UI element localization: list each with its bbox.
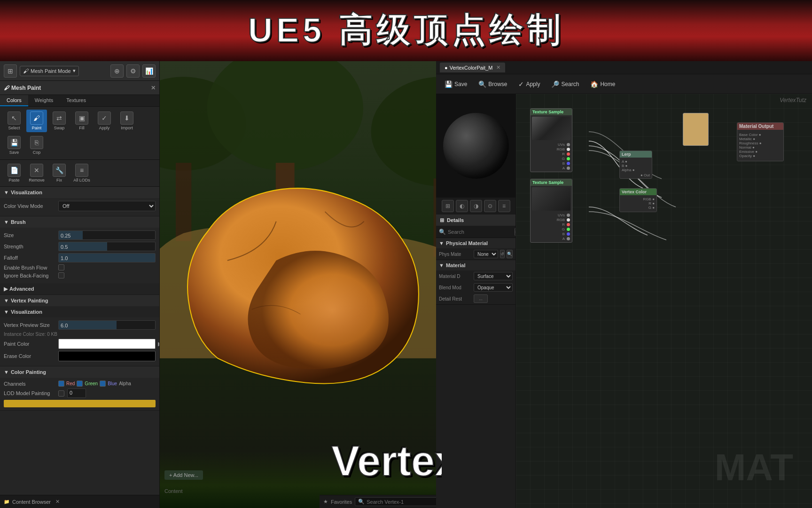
prev-btn-1[interactable]: ⊞	[442, 200, 454, 212]
tab-weights[interactable]: Weights	[28, 95, 60, 106]
mesh-paint-mode-dropdown[interactable]: 🖌 Mesh Paint Mode ▾	[20, 66, 79, 76]
channels-row: Channels Red Green Blue Alpha	[4, 381, 156, 387]
blend-mode-select[interactable]: Opaque	[474, 283, 513, 292]
cb-close-icon[interactable]: ✕	[55, 499, 60, 505]
tool-all-lods[interactable]: ≡ All LODs	[71, 162, 92, 184]
viewport[interactable]: Custom Bro...	[160, 61, 442, 508]
strength-bar[interactable]: 0.5	[58, 242, 156, 251]
tool-fill[interactable]: ▣ Fill	[71, 110, 92, 132]
preview-size-bar[interactable]: 6.0	[58, 320, 156, 330]
phys-reset-btn[interactable]: ↺	[500, 250, 505, 258]
lerp-node[interactable]: Lerp A ●B ●Alpha ● ● Out	[619, 151, 652, 179]
favorites-search[interactable]: 🔍	[355, 497, 442, 506]
mat-home-button[interactable]: 🏠 Home	[586, 79, 620, 90]
save-icon-mat: 💾	[445, 80, 453, 88]
color-painting-label: Color Painting	[11, 369, 46, 375]
tool-save[interactable]: 💾 Save	[4, 134, 24, 157]
toolbar-icon-3[interactable]: ⚙	[126, 64, 140, 78]
node-graph[interactable]: VertexTutz Texture Sample	[516, 94, 812, 508]
prev-btn-2[interactable]: ◐	[456, 200, 468, 212]
blue-checkbox[interactable]	[100, 381, 106, 387]
lod-checkbox[interactable]	[58, 390, 64, 397]
prev-btn-4[interactable]: ⊙	[484, 200, 496, 212]
content-browser-tab-label[interactable]: Content Browser	[12, 499, 51, 505]
details-view-btn[interactable]: ⊞	[515, 228, 515, 236]
physical-material-header[interactable]: ▼ Physical Material	[436, 238, 515, 248]
lerp-header: Lerp	[620, 151, 652, 158]
close-mesh-paint-button[interactable]: ✕	[151, 85, 156, 91]
tab-textures[interactable]: Textures	[60, 95, 93, 106]
color-painting-header[interactable]: ▼ Color Painting	[0, 366, 159, 378]
size-bar[interactable]: 0.25	[58, 230, 156, 240]
tool-select[interactable]: ↖ Select	[4, 110, 24, 132]
color-view-mode-select[interactable]: Off RGB Alpha	[58, 201, 156, 211]
toolbar-icon-1[interactable]: ⊞	[4, 64, 17, 78]
material-props-header[interactable]: ▼ Material	[436, 260, 515, 270]
tex-node-2-header: Texture Sample	[531, 179, 572, 186]
detail-rest-btn[interactable]: ...	[474, 294, 488, 303]
fill-icon: ▣	[75, 111, 88, 125]
mat-save-button[interactable]: 💾 Save	[440, 79, 472, 90]
mat-search-button[interactable]: 🔎 Search	[547, 79, 584, 90]
visualization-header[interactable]: ▼ Visualization	[0, 187, 159, 198]
material-output-node[interactable]	[683, 113, 709, 146]
brush-flow-checkbox[interactable]	[58, 264, 64, 270]
tool-paint[interactable]: 🖌 Paint	[26, 110, 47, 132]
mat-tab-label: VertexColorPait_M	[450, 65, 493, 71]
phys-mate-select[interactable]: None	[474, 250, 498, 258]
tool-apply[interactable]: ✓ Apply	[94, 110, 115, 132]
browse-icon: 🔍	[478, 80, 486, 88]
vertex-color-node[interactable]: Vertex Color RGB ● R ● G ●	[619, 188, 657, 212]
erase-color-swatch[interactable]	[58, 351, 156, 361]
size-row: Size 0.25	[4, 230, 156, 240]
tool-paste[interactable]: 📄 Paste	[4, 162, 24, 184]
lod-value[interactable]: 0	[67, 389, 86, 398]
vertex-painting-header[interactable]: ▼ Vertex Painting	[0, 295, 159, 306]
chevron-down-icon-3: ▼	[4, 298, 9, 303]
prev-btn-3[interactable]: ◑	[470, 200, 482, 212]
green-checkbox[interactable]	[77, 381, 83, 387]
texture-sample-node-2[interactable]: Texture Sample UVs RGB R G B A	[530, 179, 572, 243]
favorites-label: Favorites	[331, 499, 352, 505]
blend-mode-label: Blend Mod	[439, 285, 472, 290]
falloff-bar[interactable]: 1.0	[58, 253, 156, 262]
details-search-input[interactable]	[448, 229, 513, 235]
vertex-painting-body: Vertex Preview Size 6.0 Instance Color S…	[0, 318, 159, 366]
color-view-mode-row: Color View Mode Off RGB Alpha	[4, 201, 156, 211]
red-checkbox[interactable]	[58, 381, 64, 387]
material-domain-select[interactable]: Surface	[474, 272, 513, 280]
tool-swap[interactable]: ⇄ Swap	[49, 110, 70, 132]
ignore-back-label: Ignore Back-Facing	[4, 273, 55, 278]
brush-flow-label: Enable Brush Flow	[4, 265, 55, 270]
mat-apply-button[interactable]: ✓ Apply	[514, 79, 545, 90]
search-input[interactable]	[367, 499, 423, 505]
tool-copy[interactable]: ⎘ Cop	[26, 134, 47, 157]
tool-fix[interactable]: 🔧 Fix	[49, 162, 70, 184]
add-new-button[interactable]: + Add New...	[164, 470, 203, 480]
mat-browse-label: Browse	[488, 81, 507, 87]
size-value: 0.25	[61, 231, 70, 240]
mat-browse-button[interactable]: 🔍 Browse	[474, 79, 512, 90]
red-label: Red	[66, 381, 75, 386]
paint-color-swatch[interactable]	[58, 339, 156, 349]
vertex-viz-header[interactable]: ▼ Visualization	[0, 306, 159, 318]
mat-tab-vertex-color[interactable]: ● VertexColorPait_M ✕	[440, 63, 505, 72]
toolbar-icon-2[interactable]: ⊕	[110, 64, 124, 78]
advanced-header[interactable]: ▶ Advanced	[0, 283, 159, 294]
prev-btn-5[interactable]: ≡	[498, 200, 510, 212]
tool-remove[interactable]: ✕ Remove	[26, 162, 47, 184]
main-material-node[interactable]: Material Output Base Color ● Metallic ● …	[737, 122, 784, 161]
phys-search-btn[interactable]: 🔍	[507, 250, 513, 258]
brush-header[interactable]: ▼ Brush	[0, 216, 159, 228]
mat-save-label: Save	[454, 81, 467, 87]
details-header: ⊞ Details	[436, 214, 515, 226]
tab-colors[interactable]: Colors	[0, 95, 28, 106]
toolbar-icon-4[interactable]: 📊	[142, 64, 156, 78]
paint-icon: 🖌	[30, 111, 43, 125]
size-label: Size	[4, 232, 55, 238]
tool-import[interactable]: ⬇ Import	[117, 110, 137, 132]
mat-tab-close[interactable]: ✕	[496, 64, 500, 71]
details-icon: ⊞	[440, 217, 444, 223]
ignore-back-checkbox[interactable]	[58, 272, 64, 278]
texture-sample-node-1[interactable]: Texture Sample UVs RGB R G B A	[530, 108, 572, 172]
